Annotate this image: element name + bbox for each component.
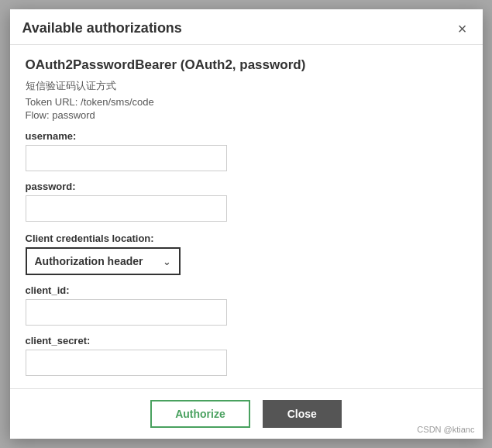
token-url-value: /token/sms/code bbox=[81, 96, 154, 108]
section-heading: OAuth2PasswordBearer (OAuth2, password) bbox=[26, 57, 467, 73]
password-label: password: bbox=[26, 181, 467, 192]
flow-line: Flow: password bbox=[26, 109, 467, 121]
section-description: 短信验证码认证方式 bbox=[26, 79, 467, 93]
client-secret-input[interactable] bbox=[26, 350, 227, 376]
client-id-group: client_id: bbox=[26, 284, 467, 326]
overlay: Available authorizations × OAuth2Passwor… bbox=[0, 0, 492, 448]
token-url-label: Token URL: bbox=[26, 96, 78, 108]
client-secret-group: client_secret: bbox=[26, 335, 467, 376]
flow-value: password bbox=[52, 109, 95, 121]
client-secret-label: client_secret: bbox=[26, 335, 467, 346]
dialog-body: OAuth2PasswordBearer (OAuth2, password) … bbox=[10, 45, 483, 388]
password-input[interactable] bbox=[26, 195, 227, 222]
credentials-location-select[interactable]: Authorization header Query Params bbox=[35, 255, 160, 267]
dialog-header: Available authorizations × bbox=[10, 9, 483, 45]
credentials-location-group: Client credentials location: Authorizati… bbox=[26, 233, 467, 275]
chevron-down-icon: ⌄ bbox=[163, 256, 171, 267]
credentials-location-label: Client credentials location: bbox=[26, 233, 467, 244]
dialog-footer: Authorize Close bbox=[10, 388, 483, 439]
dialog: Available authorizations × OAuth2Passwor… bbox=[10, 9, 483, 439]
credentials-location-select-wrapper[interactable]: Authorization header Query Params ⌄ bbox=[26, 247, 181, 275]
authorize-button[interactable]: Authorize bbox=[150, 400, 250, 428]
client-id-input[interactable] bbox=[26, 299, 227, 326]
token-url-line: Token URL: /token/sms/code bbox=[26, 96, 467, 108]
close-button[interactable]: Close bbox=[263, 400, 342, 428]
dialog-title: Available authorizations bbox=[22, 20, 182, 36]
username-group: username: bbox=[26, 130, 467, 171]
watermark: CSDN @ktianc bbox=[417, 425, 474, 434]
client-id-label: client_id: bbox=[26, 284, 467, 296]
dialog-close-button[interactable]: × bbox=[455, 21, 470, 36]
username-input[interactable] bbox=[26, 145, 227, 171]
username-label: username: bbox=[26, 130, 467, 142]
flow-label: Flow: bbox=[26, 109, 50, 121]
password-group: password: bbox=[26, 181, 467, 222]
